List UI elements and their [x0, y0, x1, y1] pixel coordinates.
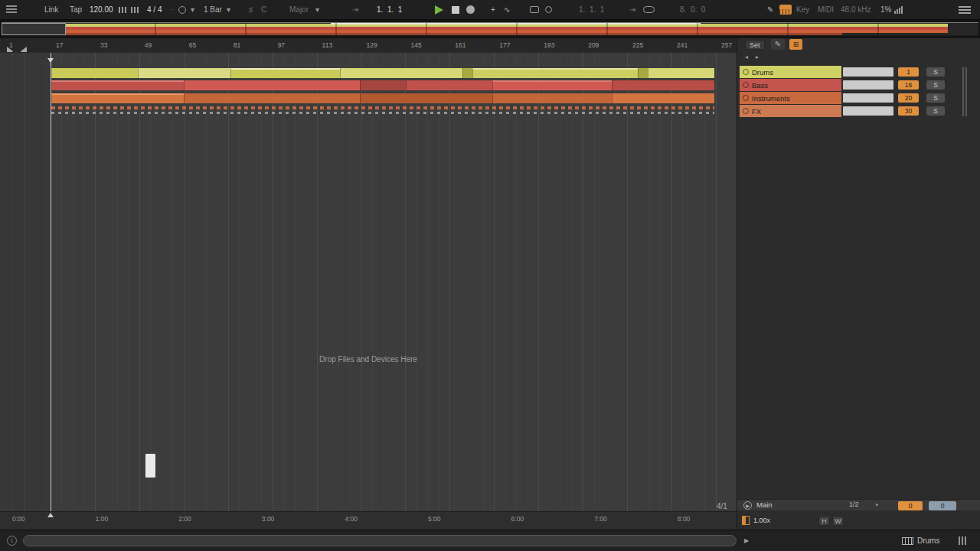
clip-segment[interactable]	[184, 80, 359, 90]
beat-time-ruler[interactable]: 1173349658197113129145161177193209225241…	[0, 38, 737, 52]
clip-segment[interactable]	[492, 93, 612, 103]
quantize-menu[interactable]: 1 Bar	[204, 0, 222, 20]
track-io-button[interactable]: 1	[898, 67, 919, 77]
play-button[interactable]	[435, 5, 443, 15]
clip-segment[interactable]	[51, 80, 184, 90]
clip-lane-fx[interactable]	[51, 106, 714, 117]
track-name-cell[interactable]: Instruments	[740, 92, 841, 104]
track-height-button[interactable]: H	[818, 516, 830, 526]
arrangement-canvas[interactable]: Drop Files and Devices Here 4/1	[0, 52, 737, 511]
scale-root-display[interactable]: C	[261, 0, 266, 20]
clip-lane-instruments[interactable]	[51, 93, 714, 103]
scroll-right-icon[interactable]: ▸	[756, 54, 759, 60]
scrollbar[interactable]	[962, 67, 964, 116]
solo-button[interactable]: S	[926, 67, 945, 77]
time-ruler[interactable]: 0:001:002:003:004:005:006:007:008:00	[0, 511, 737, 530]
clip-segment[interactable]	[340, 68, 462, 78]
follow-playhead-icon[interactable]: ⇥	[352, 0, 358, 20]
loop-start-display[interactable]: 1. 1. 1	[579, 0, 604, 20]
record-arm-icon[interactable]	[743, 108, 749, 114]
stop-button[interactable]	[452, 6, 459, 14]
scroll-left-icon[interactable]: ◂	[745, 54, 748, 60]
follow-button[interactable]: ⊞	[789, 39, 802, 50]
clip-segment[interactable]	[406, 80, 492, 90]
track-io-button[interactable]: 16	[898, 80, 919, 90]
overview-viewport-box[interactable]	[2, 23, 66, 35]
info-icon[interactable]: i	[7, 536, 17, 546]
nudge-up-icon[interactable]	[131, 7, 140, 13]
capture-midi-icon[interactable]	[530, 6, 539, 13]
record-arm-icon[interactable]	[743, 82, 749, 88]
scale-caret-icon[interactable]: ▾	[315, 0, 319, 20]
piano-icon[interactable]	[959, 536, 968, 545]
metronome-icon[interactable]	[178, 6, 186, 14]
nudge-down-icon[interactable]	[119, 7, 128, 13]
clip-segment[interactable]	[51, 93, 184, 103]
loop-icon[interactable]	[643, 6, 655, 13]
punch-in-icon[interactable]: ⇥	[629, 0, 635, 20]
record-arm-icon[interactable]	[743, 69, 749, 75]
status-input[interactable]	[23, 535, 737, 546]
track-header-bass[interactable]: Bass16S	[737, 79, 980, 91]
clip-segment[interactable]	[648, 68, 714, 78]
draw-mode-icon[interactable]: ✎	[767, 0, 773, 20]
clip-segment[interactable]	[612, 80, 714, 90]
metronome-caret-icon[interactable]: ▾	[191, 0, 194, 20]
clip-segment[interactable]	[492, 80, 612, 90]
pencil-icon[interactable]: ✎	[771, 39, 785, 50]
clip-lane-drums[interactable]	[51, 68, 714, 78]
set-locator-button[interactable]: Set	[745, 40, 765, 50]
main-track-header[interactable]: ▶ Main 1/2▾ 0 0	[737, 499, 980, 510]
clip-segment[interactable]	[360, 93, 492, 103]
zoom-level[interactable]: 1.00x	[753, 517, 770, 524]
key-map-button[interactable]: Key	[796, 0, 809, 20]
clip-segment[interactable]	[51, 68, 138, 78]
tempo-display[interactable]: 120.00	[90, 0, 113, 20]
clip-segment[interactable]	[184, 93, 359, 103]
main-volume-button[interactable]: 0	[929, 501, 956, 510]
clip-segment[interactable]	[462, 68, 472, 78]
automation-arm-icon[interactable]: ∿	[504, 0, 510, 20]
clip-segment[interactable]	[138, 68, 230, 78]
main-pan-button[interactable]: 0	[898, 501, 923, 510]
overdub-button[interactable]: +	[491, 0, 495, 20]
scale-name-menu[interactable]: Major	[289, 0, 309, 20]
playhead-marker-icon[interactable]	[47, 513, 54, 517]
loop-length-display[interactable]: 8. 0. 0	[680, 0, 705, 20]
fold-panel-icon[interactable]: ▶	[744, 537, 749, 544]
tap-tempo-button[interactable]: Tap	[70, 0, 82, 20]
clip-segment[interactable]	[612, 93, 714, 103]
insert-marker-icon[interactable]	[47, 58, 54, 63]
playhead[interactable]	[51, 53, 51, 511]
track-io-button[interactable]: 20	[898, 93, 919, 103]
lane-selector[interactable]: 1/2▾	[849, 500, 878, 508]
arrangement-position-display[interactable]: 1. 1. 1	[377, 0, 402, 20]
midi-map-button[interactable]: MIDI	[818, 0, 834, 20]
record-arm-icon[interactable]	[743, 95, 749, 101]
dragged-clip[interactable]	[145, 454, 155, 478]
clip-segment[interactable]	[638, 68, 648, 78]
session-record-icon[interactable]	[545, 6, 552, 13]
track-name-cell[interactable]: FX	[740, 105, 841, 117]
track-name-cell[interactable]: Bass	[740, 79, 841, 91]
solo-button[interactable]: S	[926, 106, 945, 116]
quantize-caret-icon[interactable]: ▾	[227, 0, 230, 20]
clip-segment[interactable]	[472, 68, 639, 78]
solo-button[interactable]: S	[926, 80, 945, 90]
arrangement-overview[interactable]	[2, 22, 978, 36]
track-name-cell[interactable]: Drums	[740, 66, 841, 78]
clip-lane-bass[interactable]	[51, 80, 714, 90]
clip-segment[interactable]	[360, 80, 407, 90]
time-signature-display[interactable]: 4 / 4	[147, 0, 162, 20]
overflow-menu-icon[interactable]	[959, 6, 971, 14]
scrollbar[interactable]	[965, 67, 967, 116]
track-width-button[interactable]: W	[832, 516, 844, 526]
track-header-drums[interactable]: Drums1S	[737, 66, 980, 78]
solo-button[interactable]: S	[926, 93, 945, 103]
track-header-fx[interactable]: FX30S	[737, 105, 980, 117]
track-io-button[interactable]: 30	[898, 106, 919, 116]
clip-segment[interactable]	[230, 68, 340, 78]
arrangement-record-button[interactable]	[466, 5, 475, 14]
link-button[interactable]: Link	[44, 0, 58, 20]
track-header-instruments[interactable]: Instruments20S	[737, 92, 980, 104]
